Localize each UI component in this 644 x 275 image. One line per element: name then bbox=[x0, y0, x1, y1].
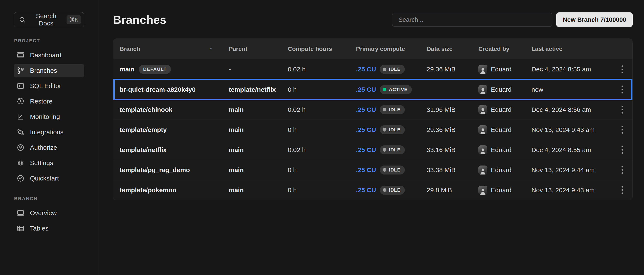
search-icon bbox=[19, 16, 26, 23]
sidebar-section-branch: BRANCH Overview Tables bbox=[14, 196, 84, 235]
compute-hours-cell: 0.02 h bbox=[288, 146, 356, 154]
sidebar-section-project: PROJECT Dashboard Branches SQL Editor Re… bbox=[14, 38, 84, 185]
terminal-icon bbox=[17, 82, 24, 90]
table-row-selected[interactable]: br-quiet-dream-a820k4y0 template/netflix… bbox=[113, 79, 632, 99]
table-row[interactable]: template/empty main 0 h .25 CU IDLE 29.3… bbox=[113, 120, 632, 140]
row-menu-button[interactable] bbox=[619, 184, 626, 197]
compute-size-link[interactable]: .25 CU bbox=[356, 106, 376, 113]
created-by-cell: Eduard bbox=[491, 146, 512, 154]
branch-name: br-quiet-dream-a820k4y0 bbox=[120, 86, 196, 93]
compute-hours-cell: 0 h bbox=[288, 166, 356, 174]
column-header-branch[interactable]: Branch bbox=[120, 45, 140, 52]
table-row[interactable]: template/chinook main 0.02 h .25 CU IDLE… bbox=[113, 99, 632, 120]
sidebar-item-tables[interactable]: Tables bbox=[14, 222, 84, 235]
sidebar-item-label: Tables bbox=[30, 225, 48, 232]
sort-ascending-icon[interactable]: ↑ bbox=[210, 45, 213, 53]
table-header-row: Branch ↑ Parent Compute hours Primary co… bbox=[113, 39, 632, 59]
idle-dot-icon bbox=[383, 168, 386, 172]
sidebar-item-dashboard[interactable]: Dashboard bbox=[14, 48, 84, 62]
table-row[interactable]: template/netflix main 0.02 h .25 CU IDLE… bbox=[113, 140, 632, 160]
sidebar-item-sql-editor[interactable]: SQL Editor bbox=[14, 79, 84, 93]
status-badge: IDLE bbox=[380, 65, 405, 74]
row-menu-button[interactable] bbox=[619, 83, 626, 96]
column-header-compute-hours[interactable]: Compute hours bbox=[288, 45, 356, 52]
created-by-cell: Eduard bbox=[491, 86, 512, 93]
column-header-parent[interactable]: Parent bbox=[229, 45, 288, 52]
created-by-cell: Eduard bbox=[491, 66, 512, 73]
sidebar-item-monitoring[interactable]: Monitoring bbox=[14, 110, 84, 124]
sidebar-item-branches[interactable]: Branches bbox=[14, 64, 84, 77]
row-menu-button[interactable] bbox=[619, 63, 626, 76]
compute-size-link[interactable]: .25 CU bbox=[356, 86, 376, 93]
last-active-cell: Dec 4, 2024 8:55 am bbox=[532, 146, 612, 154]
new-branch-button[interactable]: New Branch 7/100000 bbox=[556, 12, 633, 27]
compute-size-link[interactable]: .25 CU bbox=[356, 146, 376, 154]
git-branch-icon bbox=[17, 67, 24, 74]
dashboard-icon bbox=[17, 51, 24, 59]
sidebar-item-authorize[interactable]: Authorize bbox=[14, 141, 84, 154]
section-label: BRANCH bbox=[14, 196, 84, 201]
column-header-created-by[interactable]: Created by bbox=[478, 45, 532, 52]
branch-name: template/chinook bbox=[120, 106, 172, 113]
compute-size-link[interactable]: .25 CU bbox=[356, 66, 376, 73]
status-badge: IDLE bbox=[380, 166, 405, 175]
status-badge: IDLE bbox=[380, 145, 405, 154]
status-badge: IDLE bbox=[380, 186, 405, 195]
status-badge: ACTIVE bbox=[380, 85, 412, 94]
compute-hours-cell: 0.02 h bbox=[288, 66, 356, 73]
parent-cell: main bbox=[229, 146, 288, 154]
created-by-cell: Eduard bbox=[491, 126, 512, 133]
parent-cell: main bbox=[229, 166, 288, 174]
last-active-cell: now bbox=[532, 86, 612, 93]
sidebar-item-label: Branches bbox=[30, 67, 57, 74]
table-row[interactable]: template/pokemon main 0 h .25 CU IDLE 29… bbox=[113, 180, 632, 200]
sidebar-item-restore[interactable]: Restore bbox=[14, 94, 84, 108]
compute-size-link[interactable]: .25 CU bbox=[356, 187, 376, 194]
sidebar-item-integrations[interactable]: Integrations bbox=[14, 125, 84, 139]
gear-icon bbox=[17, 159, 24, 167]
default-badge: DEFAULT bbox=[139, 65, 171, 74]
idle-dot-icon bbox=[383, 68, 386, 71]
sidebar-item-label: Monitoring bbox=[30, 113, 60, 120]
column-header-primary-compute[interactable]: Primary compute bbox=[356, 45, 426, 52]
table-row[interactable]: template/pg_rag_demo main 0 h .25 CU IDL… bbox=[113, 160, 632, 180]
parent-cell: main bbox=[229, 126, 288, 133]
column-header-last-active[interactable]: Last active bbox=[532, 45, 612, 52]
last-active-cell: Nov 13, 2024 9:43 am bbox=[532, 126, 612, 133]
column-header-data-size[interactable]: Data size bbox=[426, 45, 478, 52]
row-menu-button[interactable] bbox=[619, 103, 626, 116]
sidebar-item-quickstart[interactable]: Quickstart bbox=[14, 172, 84, 185]
line-chart-icon bbox=[17, 113, 24, 121]
compute-size-link[interactable]: .25 CU bbox=[356, 126, 376, 133]
app-root: Search Docs ⌘K PROJECT Dashboard Branche… bbox=[0, 0, 644, 275]
created-by-cell: Eduard bbox=[491, 106, 512, 113]
compute-size-link[interactable]: .25 CU bbox=[356, 166, 376, 174]
sidebar-item-label: SQL Editor bbox=[30, 82, 61, 90]
data-size-cell: 33.16 MiB bbox=[426, 146, 478, 154]
sidebar-item-overview[interactable]: Overview bbox=[14, 206, 84, 220]
table-row[interactable]: main DEFAULT - 0.02 h .25 CU IDLE 29.36 … bbox=[113, 59, 632, 79]
branches-table: Branch ↑ Parent Compute hours Primary co… bbox=[113, 38, 633, 200]
search-docs-button[interactable]: Search Docs ⌘K bbox=[14, 12, 84, 27]
search-shortcut-badge: ⌘K bbox=[66, 15, 81, 24]
sidebar-item-label: Integrations bbox=[30, 129, 64, 136]
branch-name: template/netflix bbox=[120, 146, 167, 154]
compute-hours-cell: 0 h bbox=[288, 86, 356, 93]
avatar bbox=[478, 105, 488, 114]
compute-hours-cell: 0.02 h bbox=[288, 106, 356, 113]
row-menu-button[interactable] bbox=[619, 143, 626, 156]
sidebar-item-label: Quickstart bbox=[30, 175, 59, 182]
page-header: Branches New Branch 7/100000 bbox=[113, 12, 633, 27]
branch-name: template/pg_rag_demo bbox=[120, 166, 190, 174]
parent-cell: template/netflix bbox=[229, 86, 288, 93]
last-active-cell: Nov 13, 2024 9:44 am bbox=[532, 166, 612, 174]
row-menu-button[interactable] bbox=[619, 123, 626, 136]
overview-window-icon bbox=[17, 209, 24, 217]
row-menu-button[interactable] bbox=[619, 163, 626, 176]
idle-dot-icon bbox=[383, 148, 386, 152]
branch-search-input[interactable] bbox=[392, 13, 552, 27]
active-dot-icon bbox=[383, 88, 386, 91]
sidebar: Search Docs ⌘K PROJECT Dashboard Branche… bbox=[0, 0, 98, 275]
avatar bbox=[478, 125, 488, 134]
sidebar-item-settings[interactable]: Settings bbox=[14, 156, 84, 170]
